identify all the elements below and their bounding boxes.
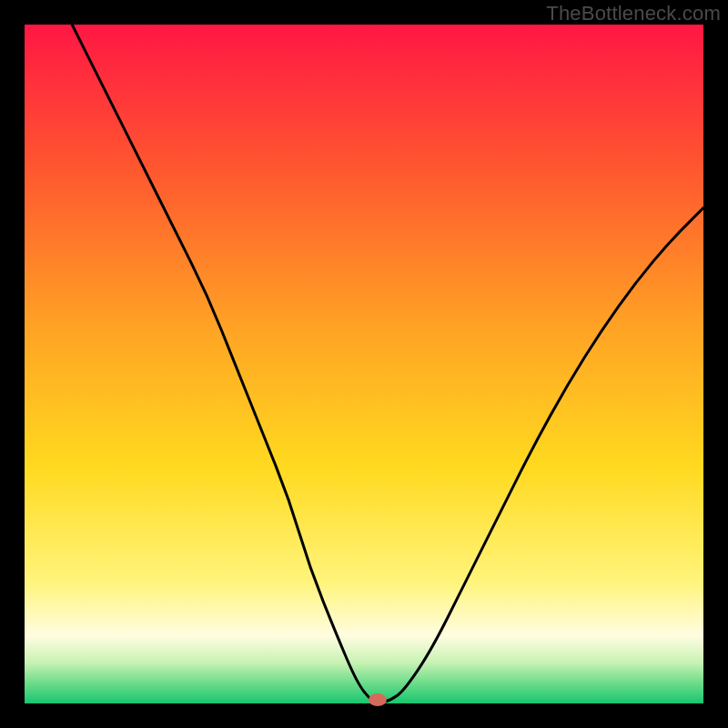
bottleneck-chart xyxy=(0,0,728,728)
chart-container: TheBottleneck.com xyxy=(0,0,728,728)
watermark-text: TheBottleneck.com xyxy=(546,2,721,25)
optimal-point-marker xyxy=(369,693,387,706)
chart-gradient-bg xyxy=(25,25,703,703)
